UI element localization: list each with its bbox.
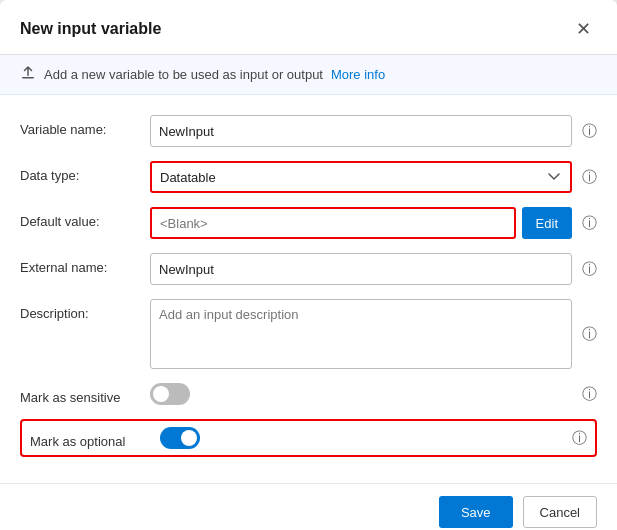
data-type-label: Data type: xyxy=(20,161,150,183)
default-value-control: Edit ⓘ xyxy=(150,207,597,239)
mark-optional-row: Mark as optional ⓘ xyxy=(20,419,597,457)
data-type-control: Text Number Boolean Datatable List Custo… xyxy=(150,161,597,193)
mark-sensitive-slider xyxy=(150,383,190,405)
mark-sensitive-info-icon[interactable]: ⓘ xyxy=(582,385,597,404)
edit-button[interactable]: Edit xyxy=(522,207,572,239)
description-label: Description: xyxy=(20,299,150,321)
external-name-info-icon[interactable]: ⓘ xyxy=(582,260,597,279)
variable-name-info-icon[interactable]: ⓘ xyxy=(582,122,597,141)
default-value-info-icon[interactable]: ⓘ xyxy=(582,214,597,233)
new-input-variable-dialog: New input variable ✕ Add a new variable … xyxy=(0,0,617,530)
description-row: Description: ⓘ xyxy=(20,299,597,369)
save-button[interactable]: Save xyxy=(439,496,513,528)
more-info-link[interactable]: More info xyxy=(331,67,385,82)
data-type-row: Data type: Text Number Boolean Datatable… xyxy=(20,161,597,193)
external-name-input[interactable] xyxy=(150,253,572,285)
variable-name-control: ⓘ xyxy=(150,115,597,147)
default-value-label: Default value: xyxy=(20,207,150,229)
default-value-input[interactable] xyxy=(150,207,516,239)
mark-sensitive-label: Mark as sensitive xyxy=(20,383,150,405)
svg-rect-0 xyxy=(22,77,34,79)
mark-optional-slider xyxy=(160,427,200,449)
data-type-info-icon[interactable]: ⓘ xyxy=(582,168,597,187)
external-name-row: External name: ⓘ xyxy=(20,253,597,285)
variable-name-row: Variable name: ⓘ xyxy=(20,115,597,147)
dialog-header: New input variable ✕ xyxy=(0,0,617,55)
variable-name-label: Variable name: xyxy=(20,115,150,137)
dialog-footer: Save Cancel xyxy=(0,483,617,530)
data-type-select[interactable]: Text Number Boolean Datatable List Custo… xyxy=(150,161,572,193)
dialog-title: New input variable xyxy=(20,20,161,38)
mark-optional-toggle[interactable] xyxy=(160,427,200,449)
variable-name-input[interactable] xyxy=(150,115,572,147)
external-name-control: ⓘ xyxy=(150,253,597,285)
description-textarea[interactable] xyxy=(150,299,572,369)
cancel-button[interactable]: Cancel xyxy=(523,496,597,528)
mark-sensitive-row: Mark as sensitive ⓘ xyxy=(20,383,597,405)
mark-optional-label: Mark as optional xyxy=(30,427,160,449)
mark-sensitive-toggle-wrap xyxy=(150,383,190,405)
external-name-label: External name: xyxy=(20,253,150,275)
info-bar: Add a new variable to be used as input o… xyxy=(0,55,617,95)
mark-optional-info-icon[interactable]: ⓘ xyxy=(572,429,587,448)
mark-optional-control: ⓘ xyxy=(160,427,587,449)
upload-icon xyxy=(20,65,36,84)
default-value-row: Default value: Edit ⓘ xyxy=(20,207,597,239)
info-bar-text: Add a new variable to be used as input o… xyxy=(44,67,323,82)
close-button[interactable]: ✕ xyxy=(570,16,597,42)
mark-sensitive-toggle[interactable] xyxy=(150,383,190,405)
mark-optional-toggle-wrap xyxy=(160,427,200,449)
description-control: ⓘ xyxy=(150,299,597,369)
dialog-body: Variable name: ⓘ Data type: Text Number … xyxy=(0,95,617,483)
mark-sensitive-control: ⓘ xyxy=(150,383,597,405)
description-info-icon[interactable]: ⓘ xyxy=(582,325,597,344)
